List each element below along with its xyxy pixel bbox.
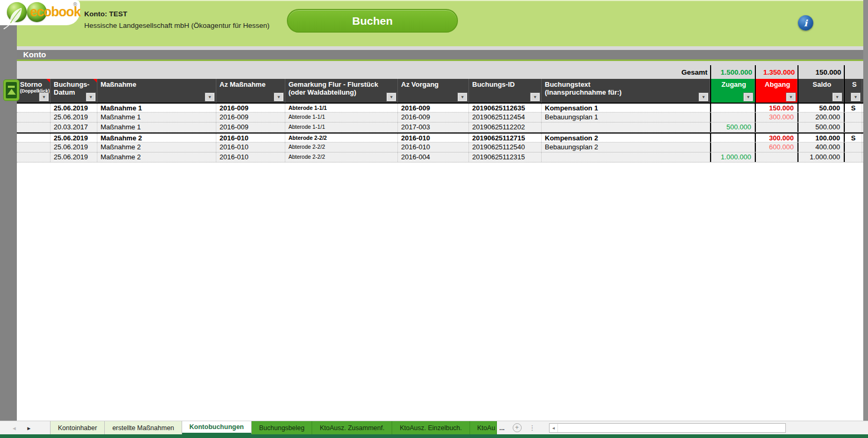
filter-dropdown-icon[interactable]: ▾ bbox=[699, 93, 708, 101]
cell-az_vorgang[interactable]: 2016-009 bbox=[398, 113, 469, 122]
cell-gemarkung[interactable]: Abterode 2-2/2 bbox=[285, 142, 398, 152]
tab-ktoausz-clipped[interactable]: KtoAu bbox=[470, 421, 497, 434]
cell-buchungs_id[interactable]: 20190625112454 bbox=[469, 113, 542, 122]
cell-zugang[interactable]: 500.000 bbox=[710, 123, 755, 132]
cell-gemarkung[interactable]: Abterode 2-2/2 bbox=[285, 152, 398, 162]
cell-storno[interactable] bbox=[17, 142, 51, 152]
cell-storno[interactable] bbox=[17, 113, 51, 122]
cell-zugang[interactable] bbox=[710, 113, 755, 122]
cell-storno[interactable] bbox=[17, 134, 51, 142]
tab-erstellte-massnahmen[interactable]: erstellte Maßnahmen bbox=[105, 421, 182, 434]
cell-gemarkung[interactable]: Abterode 1-1/1 bbox=[285, 104, 398, 112]
cell-az_massnahme[interactable]: 2016-010 bbox=[216, 152, 285, 162]
filter-dropdown-icon[interactable]: ▾ bbox=[205, 93, 214, 101]
cell-massnahme[interactable]: Maßnahme 2 bbox=[97, 152, 216, 162]
cell-buchungstext[interactable]: Kompensation 1 bbox=[542, 104, 710, 112]
cell-buchungs_id[interactable]: 20190625112635 bbox=[469, 104, 542, 112]
cell-s[interactable] bbox=[844, 152, 862, 162]
cell-az_massnahme[interactable]: 2016-009 bbox=[216, 123, 285, 132]
cell-massnahme[interactable]: Maßnahme 1 bbox=[97, 104, 216, 112]
tab-overflow-icon[interactable]: ... bbox=[500, 421, 505, 434]
cell-s[interactable] bbox=[844, 123, 862, 132]
filter-dropdown-icon[interactable]: ▾ bbox=[274, 93, 283, 101]
gesamt-saldo[interactable]: 150.000 bbox=[797, 65, 844, 79]
jump-to-top-icon[interactable] bbox=[3, 79, 19, 101]
cell-datum[interactable]: 25.06.2019 bbox=[51, 104, 97, 112]
tab-kontobuchungen[interactable]: Kontobuchungen bbox=[182, 421, 252, 434]
tab-scroll-next-icon[interactable]: ► bbox=[26, 421, 32, 435]
add-sheet-button[interactable]: + bbox=[513, 423, 522, 432]
cell-storno[interactable] bbox=[17, 152, 51, 162]
filter-dropdown-icon[interactable]: ▾ bbox=[833, 93, 842, 101]
cell-abgang[interactable]: 600.000 bbox=[755, 142, 797, 152]
cell-datum[interactable]: 25.06.2019 bbox=[51, 142, 97, 152]
gesamt-zugang[interactable]: 1.500.000 bbox=[710, 65, 755, 79]
cell-massnahme[interactable]: Maßnahme 1 bbox=[97, 123, 216, 132]
cell-zugang[interactable] bbox=[710, 104, 755, 112]
cell-az_vorgang[interactable]: 2016-010 bbox=[398, 134, 469, 142]
cell-saldo[interactable]: 100.000 bbox=[797, 134, 844, 142]
cell-saldo[interactable]: 1.000.000 bbox=[797, 152, 844, 162]
filter-dropdown-icon[interactable]: ▾ bbox=[744, 93, 753, 101]
cell-az_massnahme[interactable]: 2016-010 bbox=[216, 142, 285, 152]
cell-buchungs_id[interactable]: 20190625112315 bbox=[469, 152, 542, 162]
cell-s[interactable] bbox=[844, 142, 862, 152]
cell-az_massnahme[interactable]: 2016-009 bbox=[216, 104, 285, 112]
tab-scroll-prev-icon[interactable]: ◄ bbox=[12, 421, 17, 435]
cell-datum[interactable]: 25.06.2019 bbox=[51, 113, 97, 122]
filter-dropdown-icon[interactable]: ▾ bbox=[458, 93, 467, 101]
cell-abgang[interactable]: 300.000 bbox=[755, 134, 797, 142]
cell-datum[interactable]: 25.06.2019 bbox=[51, 134, 97, 142]
cell-saldo[interactable]: 500.000 bbox=[797, 123, 844, 132]
cell-saldo[interactable]: 50.000 bbox=[797, 104, 844, 112]
cell-buchungstext[interactable]: Bebauungsplan 1 bbox=[542, 113, 710, 122]
cell-abgang[interactable] bbox=[755, 152, 797, 162]
cell-s[interactable] bbox=[844, 113, 862, 122]
cell-az_massnahme[interactable]: 2016-010 bbox=[216, 134, 285, 142]
cell-storno[interactable] bbox=[17, 104, 51, 112]
cell-gemarkung[interactable]: Abterode 2-2/2 bbox=[285, 134, 398, 142]
cell-zugang[interactable] bbox=[710, 134, 755, 142]
cell-zugang[interactable] bbox=[710, 142, 755, 152]
cell-datum[interactable]: 20.03.2017 bbox=[51, 123, 97, 132]
cell-buchungs_id[interactable]: 20190625112202 bbox=[469, 123, 542, 132]
filter-dropdown-icon[interactable]: ▾ bbox=[39, 93, 48, 101]
cell-massnahme[interactable]: Maßnahme 1 bbox=[97, 113, 216, 122]
cell-saldo[interactable]: 200.000 bbox=[797, 113, 844, 122]
buchen-button[interactable]: Buchen bbox=[287, 9, 458, 33]
cell-massnahme[interactable]: Maßnahme 2 bbox=[97, 134, 216, 142]
filter-dropdown-icon[interactable]: ▾ bbox=[387, 93, 396, 101]
cell-az_vorgang[interactable]: 2016-010 bbox=[398, 142, 469, 152]
cell-az_vorgang[interactable]: 2017-003 bbox=[398, 123, 469, 132]
horizontal-scrollbar[interactable]: ◄ bbox=[549, 423, 786, 433]
scroll-left-icon[interactable]: ◄ bbox=[550, 424, 558, 432]
cell-az_massnahme[interactable]: 2016-009 bbox=[216, 113, 285, 122]
gesamt-abgang[interactable]: 1.350.000 bbox=[755, 65, 797, 79]
cell-buchungstext[interactable]: Bebauungsplan 2 bbox=[542, 142, 710, 152]
cell-zugang[interactable]: 1.000.000 bbox=[710, 152, 755, 162]
cell-abgang[interactable] bbox=[755, 123, 797, 132]
cell-s[interactable]: S bbox=[844, 104, 862, 112]
sheet-more-icon[interactable]: ⋮ bbox=[529, 421, 536, 434]
cell-abgang[interactable]: 300.000 bbox=[755, 113, 797, 122]
cell-buchungstext[interactable] bbox=[542, 152, 710, 162]
cell-storno[interactable] bbox=[17, 123, 51, 132]
cell-buchungs_id[interactable]: 20190625112715 bbox=[469, 134, 542, 142]
cell-s[interactable]: S bbox=[844, 134, 862, 142]
cell-saldo[interactable]: 400.000 bbox=[797, 142, 844, 152]
tab-ktoausz-einzelbuch[interactable]: KtoAusz. Einzelbuch. bbox=[392, 421, 470, 434]
tab-ktoausz-zusammenf[interactable]: KtoAusz. Zusammenf. bbox=[312, 421, 392, 434]
cell-buchungs_id[interactable]: 20190625112540 bbox=[469, 142, 542, 152]
cell-az_vorgang[interactable]: 2016-004 bbox=[398, 152, 469, 162]
cell-massnahme[interactable]: Maßnahme 2 bbox=[97, 142, 216, 152]
tab-buchungsbeleg[interactable]: Buchungsbeleg bbox=[252, 421, 312, 434]
info-icon[interactable]: i bbox=[798, 15, 813, 30]
cell-az_vorgang[interactable]: 2016-009 bbox=[398, 104, 469, 112]
filter-dropdown-icon[interactable]: ▾ bbox=[86, 93, 95, 101]
filter-dropdown-icon[interactable]: ▾ bbox=[851, 93, 860, 101]
cell-buchungstext[interactable] bbox=[542, 123, 710, 132]
cell-gemarkung[interactable]: Abterode 1-1/1 bbox=[285, 123, 398, 132]
filter-dropdown-icon[interactable]: ▾ bbox=[786, 93, 795, 101]
cell-buchungstext[interactable]: Kompensation 2 bbox=[542, 134, 710, 142]
cell-gemarkung[interactable]: Abterode 1-1/1 bbox=[285, 113, 398, 122]
